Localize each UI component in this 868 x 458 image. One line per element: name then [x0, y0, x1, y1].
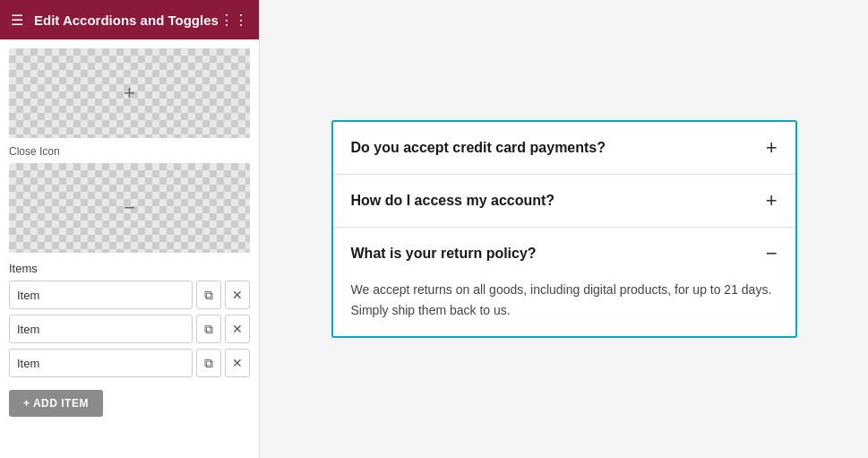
copy-icon: ⧉: [204, 356, 213, 371]
accordion-body-3: We accept returns on all goods, includin…: [333, 280, 795, 336]
delete-button-3[interactable]: ✕: [225, 349, 250, 377]
grid-icon[interactable]: ⋮⋮: [219, 12, 248, 29]
accordion-question-2: How do I access my account?: [351, 193, 555, 209]
page-title: Edit Accordions and Toggles: [34, 13, 219, 28]
accordion-header-1[interactable]: Do you accept credit card payments? +: [333, 122, 795, 174]
item-input-2[interactable]: [9, 315, 193, 343]
plus-icon: +: [124, 82, 135, 105]
accordion-question-3: What is your return policy?: [351, 246, 537, 262]
duplicate-button-3[interactable]: ⧉: [196, 349, 221, 377]
accordion-toggle-3[interactable]: −: [766, 244, 778, 264]
items-label: Items: [9, 262, 250, 275]
accordion-item-1: Do you accept credit card payments? +: [333, 122, 795, 175]
item-input-1[interactable]: [9, 281, 193, 309]
accordion-header-2[interactable]: How do I access my account? +: [333, 175, 795, 227]
open-icon-placeholder: +: [9, 48, 250, 138]
minus-icon: −: [124, 196, 135, 220]
item-input-3[interactable]: [9, 349, 193, 377]
accordion-toggle-1[interactable]: +: [766, 138, 778, 158]
sidebar: ☰ Edit Accordions and Toggles ⋮⋮ + Close…: [0, 0, 260, 458]
close-icon: ✕: [232, 288, 243, 302]
close-icon-label: Close Icon: [9, 145, 250, 158]
item-row: ⧉ ✕: [9, 349, 250, 377]
item-row: ⧉ ✕: [9, 281, 250, 309]
accordion-item-3: What is your return policy? − We accept …: [333, 228, 795, 336]
copy-icon: ⧉: [204, 322, 213, 337]
main-content: Do you accept credit card payments? + Ho…: [260, 0, 868, 458]
delete-button-2[interactable]: ✕: [225, 315, 250, 343]
close-icon: ✕: [232, 322, 243, 336]
sidebar-header: ☰ Edit Accordions and Toggles ⋮⋮: [0, 0, 259, 39]
accordion-header-3[interactable]: What is your return policy? −: [333, 228, 795, 280]
duplicate-button-1[interactable]: ⧉: [196, 281, 221, 309]
copy-icon: ⧉: [204, 288, 213, 303]
accordion-container: Do you accept credit card payments? + Ho…: [331, 120, 797, 338]
delete-button-1[interactable]: ✕: [225, 281, 250, 309]
accordion-item-2: How do I access my account? +: [333, 175, 795, 228]
close-icon-placeholder: −: [9, 163, 250, 253]
sidebar-content: + Close Icon − Items ⧉ ✕ ⧉ ✕: [0, 39, 259, 458]
close-icon: ✕: [232, 356, 243, 370]
item-row: ⧉ ✕: [9, 315, 250, 343]
menu-icon[interactable]: ☰: [11, 12, 23, 29]
duplicate-button-2[interactable]: ⧉: [196, 315, 221, 343]
accordion-question-1: Do you accept credit card payments?: [351, 140, 606, 156]
add-item-button[interactable]: + ADD ITEM: [9, 390, 103, 417]
accordion-toggle-2[interactable]: +: [766, 191, 778, 211]
